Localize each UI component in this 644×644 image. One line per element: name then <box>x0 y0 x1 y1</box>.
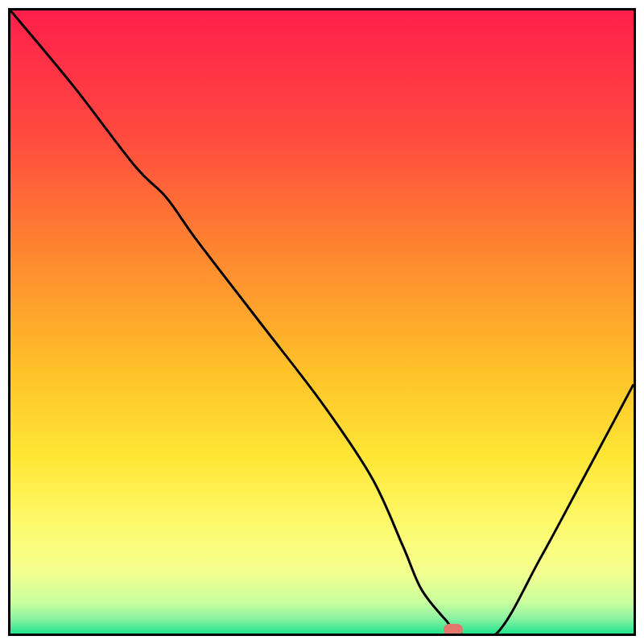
optimal-point-marker <box>444 624 463 635</box>
chart-plot-area <box>8 8 636 636</box>
bottleneck-curve <box>10 10 634 634</box>
